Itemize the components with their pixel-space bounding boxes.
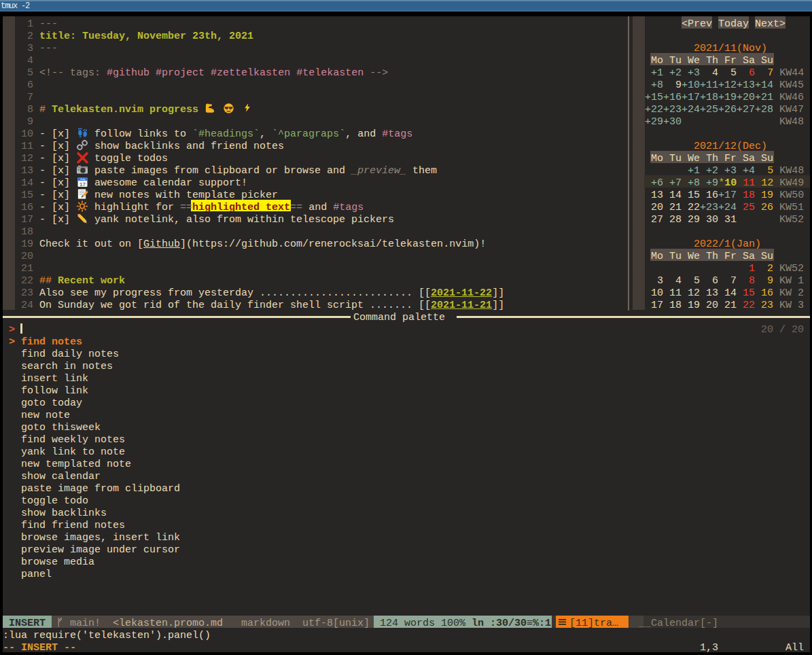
- svg-text:17: 17: [80, 181, 86, 188]
